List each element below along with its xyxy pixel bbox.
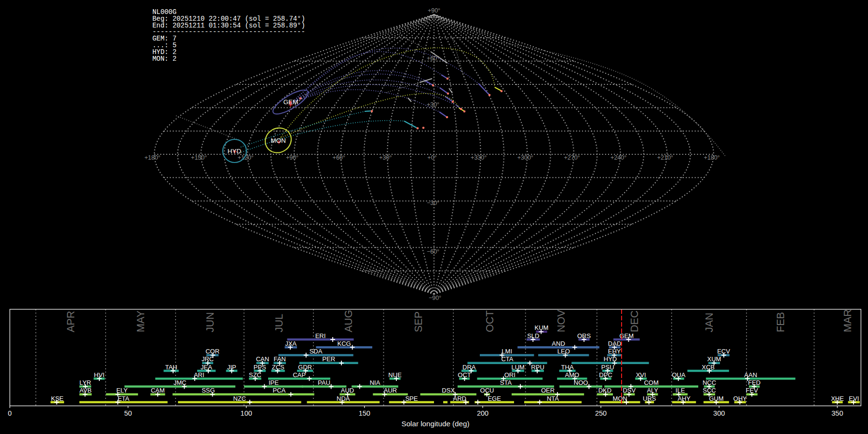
svg-text:MON: MON (271, 137, 286, 144)
svg-text:HVI: HVI (94, 371, 105, 379)
svg-text:+240°: +240° (610, 154, 626, 161)
svg-text:MAR: MAR (842, 309, 854, 332)
svg-text:250: 250 (595, 409, 607, 417)
svg-text:+210°: +210° (657, 154, 673, 161)
svg-text:ORI: ORI (504, 371, 515, 379)
svg-text:MAY: MAY (135, 311, 147, 332)
svg-text:SEP: SEP (413, 312, 424, 332)
svg-text:ARI: ARI (194, 371, 204, 379)
svg-text:AND: AND (552, 340, 565, 347)
svg-text:NTA: NTA (547, 395, 559, 402)
svg-text:100: 100 (241, 409, 252, 417)
svg-text:XCB: XCB (702, 364, 715, 371)
svg-text:SLD: SLD (527, 332, 539, 339)
svg-text:OCT: OCT (458, 371, 471, 379)
svg-text:ERI: ERI (315, 332, 326, 339)
svg-text:PCA: PCA (273, 387, 286, 394)
svg-text:+30°: +30° (427, 101, 439, 108)
svg-text:XVI: XVI (636, 371, 646, 379)
svg-text:Solar longitude (deg): Solar longitude (deg) (402, 420, 470, 428)
svg-text:RPU: RPU (531, 364, 544, 371)
svg-text:JXA: JXA (285, 340, 297, 347)
svg-text:+270°: +270° (564, 154, 580, 161)
svg-text:+30°: +30° (379, 154, 392, 161)
svg-text:OCT: OCT (484, 311, 496, 332)
svg-text:FAN: FAN (273, 355, 285, 363)
svg-text:GUM: GUM (709, 395, 723, 402)
svg-text:NDA: NDA (337, 395, 350, 402)
svg-text:ORS: ORS (577, 332, 591, 339)
svg-text:IPE: IPE (269, 379, 279, 386)
svg-text:350: 350 (831, 409, 843, 417)
svg-text:LYR: LYR (80, 379, 91, 386)
svg-text:CAM: CAM (151, 387, 165, 394)
svg-text:KSE: KSE (51, 395, 64, 402)
svg-text:COR: COR (205, 348, 219, 355)
svg-text:NZC: NZC (233, 395, 246, 402)
svg-text:AMO: AMO (565, 371, 579, 379)
svg-text:URS: URS (643, 395, 656, 402)
svg-text:PPS: PPS (254, 364, 266, 371)
svg-text:+150°: +150° (191, 154, 207, 161)
svg-text:DRA: DRA (462, 364, 476, 371)
svg-text:ZCS: ZCS (272, 364, 285, 371)
svg-text:EHY: EHY (608, 348, 621, 355)
svg-text:LMI: LMI (502, 348, 512, 355)
svg-text:THA: THA (561, 364, 574, 371)
svg-text:SZC: SZC (249, 371, 261, 379)
svg-text:+60°: +60° (333, 154, 345, 161)
svg-text:NCC: NCC (703, 379, 716, 386)
svg-text:PAU: PAU (318, 379, 330, 386)
svg-text:0: 0 (8, 409, 12, 417)
svg-text:NUE: NUE (388, 371, 402, 379)
svg-text:NIA: NIA (370, 379, 380, 386)
svg-text:200: 200 (477, 409, 488, 417)
svg-text:ARD: ARD (453, 395, 466, 402)
svg-text:150: 150 (359, 409, 370, 417)
svg-text:QUA: QUA (672, 371, 686, 379)
svg-text:AUG: AUG (343, 310, 354, 332)
svg-text:CAN: CAN (256, 355, 269, 363)
svg-text:+90°: +90° (428, 7, 440, 14)
svg-text:JUN: JUN (204, 312, 216, 332)
svg-text:MON: 2: MON: 2 (152, 55, 176, 63)
svg-text:AUD: AUD (341, 387, 354, 394)
svg-text:−60°: −60° (427, 248, 439, 255)
svg-text:ETA: ETA (118, 395, 130, 402)
svg-text:DSX: DSX (442, 387, 455, 394)
svg-text:FEB: FEB (775, 312, 787, 332)
svg-text:OCU: OCU (480, 387, 494, 394)
svg-text:OHY: OHY (733, 395, 747, 402)
svg-text:KUM: KUM (535, 324, 549, 331)
svg-text:+180°: +180° (144, 154, 160, 161)
svg-text:STA: STA (500, 379, 512, 386)
svg-text:+90°: +90° (286, 154, 298, 161)
svg-text:NOO: NOO (574, 379, 588, 386)
svg-text:AAN: AAN (744, 371, 757, 379)
svg-text:+300°: +300° (517, 154, 533, 161)
svg-text:PSU: PSU (601, 364, 614, 371)
svg-text:PER: PER (322, 355, 335, 363)
svg-text:MON: MON (612, 395, 627, 402)
svg-text:SSG: SSG (202, 387, 215, 394)
svg-text:AVB: AVB (80, 387, 92, 394)
svg-text:CAP: CAP (293, 371, 306, 379)
svg-text:EVI: EVI (849, 395, 859, 402)
svg-text:EGE: EGE (488, 395, 501, 402)
svg-text:GEM: GEM (284, 98, 298, 106)
svg-text:300: 300 (713, 409, 725, 417)
svg-text:KCG: KCG (338, 340, 351, 347)
svg-text:XHE: XHE (831, 395, 844, 402)
svg-text:ALY: ALY (647, 387, 658, 394)
svg-text:APR: APR (65, 311, 77, 332)
svg-text:ILE: ILE (676, 387, 685, 394)
svg-text:TAH: TAH (165, 364, 177, 371)
svg-text:ELY: ELY (116, 387, 128, 394)
svg-text:FEV: FEV (746, 387, 759, 394)
svg-text:50: 50 (124, 409, 132, 417)
svg-text:LUM: LUM (511, 364, 524, 371)
svg-text:−90°: −90° (429, 295, 441, 301)
svg-text:JRC: JRC (202, 355, 214, 363)
svg-text:DKD: DKD (598, 387, 611, 394)
svg-text:AHY: AHY (678, 395, 691, 402)
